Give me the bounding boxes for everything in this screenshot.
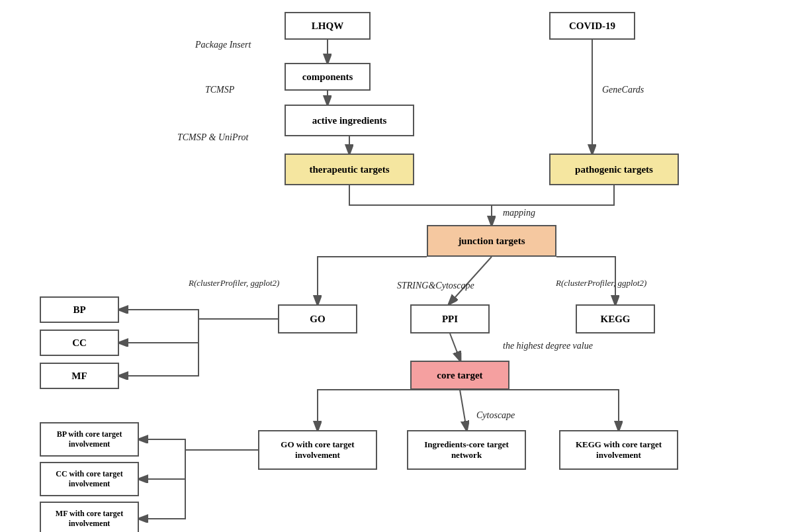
- therapeutic-targets-box: therapeutic targets: [285, 154, 414, 185]
- junction-targets-box: junction targets: [427, 225, 556, 257]
- genecards-label: GeneCards: [602, 85, 644, 95]
- mf-core-box: MF with core target involvement: [40, 502, 139, 532]
- ingredients-core-box: Ingredients-core target network: [407, 430, 526, 470]
- r-cluster-left-label: R(clusterProfiler, ggplot2): [189, 278, 279, 288]
- package-insert-label: Package Insert: [195, 40, 251, 50]
- core-target-box: core target: [410, 361, 509, 390]
- diagram: LHQW COVID-19 components active ingredie…: [0, 0, 794, 532]
- mf-box: MF: [40, 363, 119, 389]
- cc-core-box: CC with core target involvement: [40, 462, 139, 496]
- tcmsp-uniprot-label: TCMSP & UniProt: [177, 132, 248, 143]
- mapping-label: mapping: [503, 208, 535, 218]
- tcmsp-label: TCMSP: [205, 85, 234, 95]
- bp-box: BP: [40, 296, 119, 323]
- go-box: GO: [278, 304, 357, 333]
- active-ingredients-box: active ingredients: [285, 105, 414, 136]
- cytoscape-label: Cytoscape: [476, 410, 515, 421]
- r-cluster-right-label: R(clusterProfiler, ggplot2): [556, 278, 646, 288]
- kegg-core-box: KEGG with core target involvement: [559, 430, 678, 470]
- pathogenic-targets-box: pathogenic targets: [549, 154, 679, 185]
- covid19-box: COVID-19: [549, 12, 635, 40]
- svg-line-6: [450, 333, 460, 359]
- bp-core-box: BP with core target involvement: [40, 422, 139, 457]
- highest-degree-label: the highest degree value: [503, 341, 593, 351]
- ppi-box: PPI: [410, 304, 490, 333]
- kegg-box: KEGG: [576, 304, 655, 333]
- svg-line-7: [460, 390, 466, 429]
- cc-box: CC: [40, 330, 119, 356]
- components-box: components: [285, 63, 371, 91]
- string-cytoscape-label: STRING&Cytoscape: [397, 281, 474, 291]
- svg-line-5: [450, 257, 492, 303]
- go-core-box: GO with core target involvement: [258, 430, 377, 470]
- lhqw-box: LHQW: [285, 12, 371, 40]
